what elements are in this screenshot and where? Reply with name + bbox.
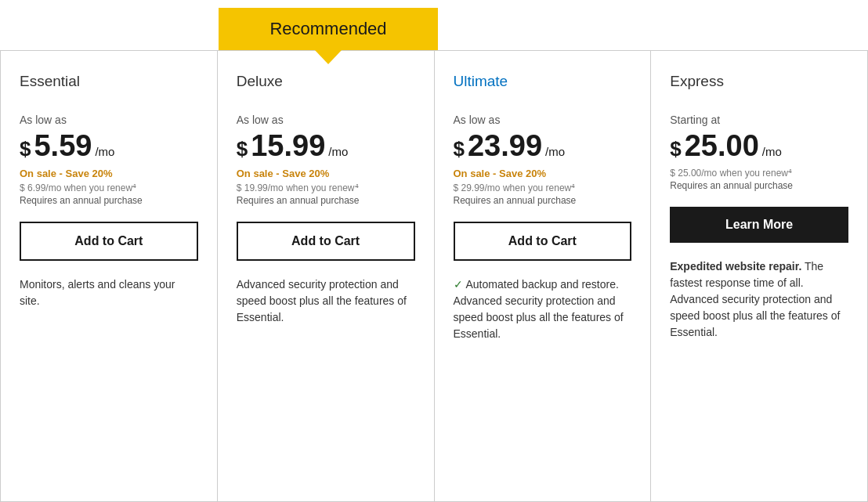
- price-amount-express: 25.00: [685, 129, 759, 163]
- price-amount-essential: 5.59: [34, 129, 92, 163]
- description-essential: Monitors, alerts and cleans your site.: [20, 276, 198, 309]
- price-amount-deluxe: 15.99: [251, 129, 325, 163]
- price-label-ultimate: As low as: [454, 114, 632, 126]
- price-dollar-deluxe: $: [237, 137, 248, 161]
- annual-text-express: Requires an annual purchase: [670, 180, 848, 191]
- check-icon: ✓: [454, 278, 463, 291]
- price-label-deluxe: As low as: [237, 114, 415, 126]
- sale-badge-ultimate: On sale - Save 20%: [454, 168, 632, 179]
- price-mo-ultimate: /mo: [545, 145, 565, 158]
- price-mo-deluxe: /mo: [328, 145, 348, 158]
- renew-text-deluxe: $ 19.99/mo when you renew⁴: [237, 182, 415, 193]
- card-essential: EssentialAs low as$5.59/moOn sale - Save…: [1, 51, 218, 501]
- page-wrapper: Recommended EssentialAs low as$5.59/moOn…: [0, 0, 868, 502]
- price-amount-ultimate: 23.99: [468, 129, 542, 163]
- card-title-express: Express: [670, 73, 848, 90]
- sale-badge-deluxe: On sale - Save 20%: [237, 168, 415, 179]
- card-ultimate: UltimateAs low as$23.99/moOn sale - Save…: [435, 51, 652, 501]
- price-dollar-ultimate: $: [454, 137, 465, 161]
- price-dollar-express: $: [670, 137, 681, 161]
- annual-text-deluxe: Requires an annual purchase: [237, 195, 415, 206]
- annual-text-ultimate: Requires an annual purchase: [454, 195, 632, 206]
- description-ultimate: ✓Automated backup and restore. Advanced …: [454, 276, 632, 342]
- recommended-badge-wrapper: Recommended: [219, 8, 438, 50]
- renew-text-ultimate: $ 29.99/mo when you renew⁴: [454, 182, 632, 193]
- add-to-cart-button-ultimate[interactable]: Add to Cart: [454, 222, 632, 261]
- sale-badge-essential: On sale - Save 20%: [20, 168, 198, 179]
- price-row-deluxe: $15.99/mo: [237, 129, 415, 163]
- card-deluxe: DeluxeAs low as$15.99/moOn sale - Save 2…: [218, 51, 435, 501]
- cards-container: EssentialAs low as$5.59/moOn sale - Save…: [0, 50, 868, 502]
- price-dollar-essential: $: [20, 137, 31, 161]
- annual-text-essential: Requires an annual purchase: [20, 195, 198, 206]
- add-to-cart-button-essential[interactable]: Add to Cart: [20, 222, 198, 261]
- price-label-express: Starting at: [670, 114, 848, 126]
- renew-text-express: $ 25.00/mo when you renew⁴: [670, 168, 848, 179]
- card-title-deluxe: Deluxe: [237, 73, 415, 90]
- card-title-ultimate: Ultimate: [454, 73, 632, 90]
- price-row-essential: $5.59/mo: [20, 129, 198, 163]
- recommended-badge: Recommended: [219, 8, 438, 50]
- description-deluxe: Advanced security protection and speed b…: [237, 276, 415, 326]
- description-bold: Expedited website repair.: [670, 260, 801, 273]
- description-express: Expedited website repair. The fastest re…: [670, 258, 848, 341]
- price-row-ultimate: $23.99/mo: [454, 129, 632, 163]
- price-mo-express: /mo: [762, 145, 782, 158]
- price-mo-essential: /mo: [95, 145, 114, 158]
- add-to-cart-button-deluxe[interactable]: Add to Cart: [237, 222, 415, 261]
- learn-more-button-express[interactable]: Learn More: [670, 207, 848, 243]
- price-row-express: $25.00/mo: [670, 129, 848, 163]
- card-title-essential: Essential: [20, 73, 198, 90]
- price-label-essential: As low as: [20, 114, 198, 126]
- renew-text-essential: $ 6.99/mo when you renew⁴: [20, 182, 198, 193]
- card-express: ExpressStarting at$25.00/mo$ 25.00/mo wh…: [651, 51, 867, 501]
